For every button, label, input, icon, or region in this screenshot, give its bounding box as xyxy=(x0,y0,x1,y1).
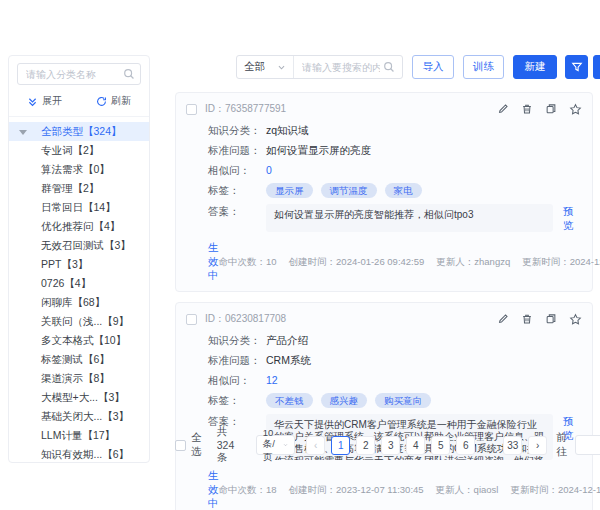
tree-item-label: 渠道演示【8】 xyxy=(41,372,110,384)
created-meta: 创建时间：2023-12-07 11:30:45 xyxy=(289,484,424,497)
tree-item-label: 专业词【2】 xyxy=(41,144,99,156)
expand-label: 展开 xyxy=(42,94,62,108)
tree-item[interactable]: 全部类型【324】 xyxy=(9,122,149,141)
question-row: 标准问题： CRM系统 xyxy=(186,353,582,367)
tree-item-label: 闲聊库【68】 xyxy=(41,296,105,308)
page-button[interactable]: 3 xyxy=(381,436,400,455)
delete-icon[interactable] xyxy=(521,103,533,115)
preview-link[interactable]: 预览 xyxy=(563,204,582,232)
card-footer: 生效中 命中次数：10 创建时间：2024-01-26 09:42:59 更新人… xyxy=(186,241,582,283)
updater-meta: 更新人：qiaosl xyxy=(436,484,499,497)
tree-item[interactable]: 大模型+大...【3】 xyxy=(9,388,149,407)
tree-item[interactable]: PPT【3】 xyxy=(9,255,149,274)
tree-item-label: 全部类型【324】 xyxy=(41,125,122,137)
refresh-icon xyxy=(96,96,107,107)
create-button[interactable]: 新建 xyxy=(513,55,557,79)
select-all-checkbox[interactable] xyxy=(175,440,186,451)
similar-row: 相似问： 12 xyxy=(186,373,582,387)
card-checkbox[interactable] xyxy=(186,104,197,115)
page-ellipsis[interactable]: ··· xyxy=(481,440,497,451)
page-size-value: 10条/页 xyxy=(263,427,283,464)
star-icon[interactable] xyxy=(569,103,582,116)
question-label: 标准问题： xyxy=(208,143,266,157)
page-button[interactable]: 33 xyxy=(503,436,522,455)
page-buttons: 123456···33 xyxy=(331,436,522,455)
page-button[interactable]: 4 xyxy=(406,436,425,455)
category-row: 知识分类： 产品介绍 xyxy=(186,333,582,347)
filter-button[interactable] xyxy=(565,55,588,79)
caret-down-icon[interactable] xyxy=(19,130,27,135)
page-button[interactable]: 1 xyxy=(331,436,350,455)
tree-item-label: 大模型+大...【3】 xyxy=(41,391,125,403)
tree-item[interactable]: 无效召回测试【3】 xyxy=(9,236,149,255)
tag[interactable]: 购买意向 xyxy=(375,393,431,408)
knowledge-card: ID：06230817708 知识分类： 产品介绍 标准问题： CRM系统 相似… xyxy=(175,302,593,510)
tree-item[interactable]: 渠道演示【8】 xyxy=(9,369,149,388)
tree-item-label: 基础关闭大...【3】 xyxy=(41,410,129,422)
page-button[interactable]: 5 xyxy=(431,436,450,455)
category-label: 知识分类： xyxy=(208,123,266,137)
tag[interactable]: 显示屏 xyxy=(266,183,313,198)
card-checkbox[interactable] xyxy=(186,314,197,325)
tags-label: 标签： xyxy=(208,183,266,198)
star-icon[interactable] xyxy=(569,313,582,326)
copy-icon[interactable] xyxy=(545,103,557,115)
category-row: 知识分类： zq知识域 xyxy=(186,123,582,137)
scope-select[interactable]: 全部 xyxy=(237,56,294,78)
tree-item[interactable]: 标签测试【6】 xyxy=(9,350,149,369)
tree-item[interactable]: 闲聊库【68】 xyxy=(9,293,149,312)
tree-item[interactable]: 优化推荐问【4】 xyxy=(9,217,149,236)
tree-item[interactable]: 日常回日【14】 xyxy=(9,198,149,217)
similar-label: 相似问： xyxy=(208,373,266,387)
status-badge: 生效中 xyxy=(208,469,219,510)
expand-all-button[interactable]: 展开 xyxy=(27,94,62,108)
tree-item[interactable]: 多文本格式【10】 xyxy=(9,331,149,350)
content-search xyxy=(294,56,402,78)
tree-item[interactable]: 群管理【2】 xyxy=(9,179,149,198)
id-label: ID： xyxy=(205,103,225,114)
tag[interactable]: 不差钱 xyxy=(266,393,313,408)
tree-item[interactable]: 基础关闭大...【3】 xyxy=(9,407,149,426)
category-label: 知识分类： xyxy=(208,333,266,347)
tree-item[interactable]: 关联问（浅...【9】 xyxy=(9,312,149,331)
knowledge-base-app: 展开 刷新 全部类型【324】专业词【2】算法需求【0】群管理【2】日常回日【1… xyxy=(0,0,600,510)
tag-list: 显示屏调节温度家电 xyxy=(266,183,422,198)
answer-text: 如何设置显示屏的亮度智能推荐，相似问tpo3 xyxy=(266,204,553,232)
page-size-select[interactable]: 10条/页 xyxy=(256,435,296,455)
category-value: zq知识域 xyxy=(266,123,309,137)
refresh-button[interactable]: 刷新 xyxy=(96,94,131,108)
similar-count-link[interactable]: 0 xyxy=(266,163,272,177)
tree-item[interactable]: 0726【4】 xyxy=(9,274,149,293)
tree-item[interactable]: LLM计量【17】 xyxy=(9,426,149,445)
funnel-icon xyxy=(571,61,583,73)
tree-item[interactable]: 专业词【2】 xyxy=(9,141,149,160)
category-value: 产品介绍 xyxy=(266,333,308,347)
next-page-button[interactable]: › xyxy=(528,436,547,455)
goto-page-input[interactable] xyxy=(575,435,600,455)
import-button[interactable]: 导入 xyxy=(412,55,454,79)
edit-icon[interactable] xyxy=(497,103,509,115)
export-button[interactable] xyxy=(593,55,600,79)
updated-meta: 更新时间：2024-12-11 16:16:05 xyxy=(510,484,600,497)
copy-icon[interactable] xyxy=(545,313,557,325)
tree-item-label: 0726【4】 xyxy=(41,277,91,289)
tags-row: 标签： 不差钱感兴趣购买意向 xyxy=(186,393,582,408)
tag[interactable]: 家电 xyxy=(385,183,422,198)
page-button[interactable]: 6 xyxy=(456,436,475,455)
card-header: ID：06230817708 xyxy=(186,311,582,327)
similar-count-link[interactable]: 12 xyxy=(266,373,278,387)
tree-item-label: 关联问（浅...【9】 xyxy=(41,315,129,327)
tree-item[interactable]: 算法需求【0】 xyxy=(9,160,149,179)
tree-item-label: 日常回日【14】 xyxy=(41,201,116,213)
tag[interactable]: 感兴趣 xyxy=(321,393,368,408)
card-id: ID：76358777591 xyxy=(205,102,286,116)
edit-icon[interactable] xyxy=(497,313,509,325)
id-value: 06230817708 xyxy=(225,313,286,324)
train-button[interactable]: 训练 xyxy=(463,55,504,79)
delete-icon[interactable] xyxy=(521,313,533,325)
tag[interactable]: 调节温度 xyxy=(321,183,377,198)
tree-item[interactable]: 知识有效期...【6】 xyxy=(9,445,149,463)
prev-page-button[interactable]: ‹ xyxy=(306,436,325,455)
page-button[interactable]: 2 xyxy=(356,436,375,455)
search-icon[interactable] xyxy=(383,61,395,73)
